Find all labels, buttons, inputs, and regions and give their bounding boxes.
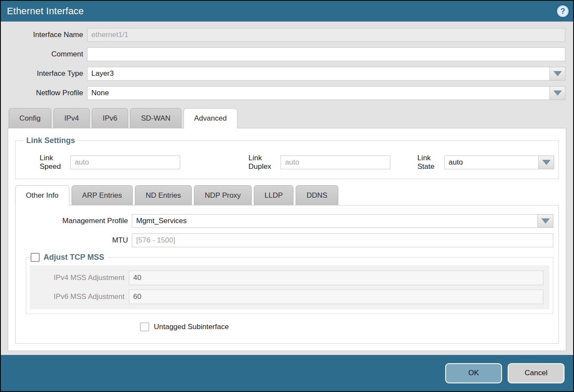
link-speed-label: Link Speed [40, 154, 70, 171]
footer-bar: OK Cancel [1, 355, 573, 391]
untagged-subinterface-checkbox[interactable] [140, 323, 149, 331]
interface-type-row: Interface Type [8, 67, 565, 81]
interface-name-row: Interface Name [8, 28, 565, 42]
ipv6-mss-field [129, 289, 543, 304]
mss-fields-box: IPv4 MSS Adjustment IPv6 MSS Adjustment [30, 265, 549, 309]
interface-type-field[interactable] [87, 67, 550, 81]
tab-other-info[interactable]: Other Info [15, 185, 69, 205]
chevron-down-icon [542, 160, 551, 165]
ipv6-mss-label: IPv6 MSS Adjustment [30, 292, 129, 301]
tab-nd-entries[interactable]: ND Entries [135, 185, 192, 205]
top-form: Interface Name Comment Interface Type Ne… [1, 22, 573, 108]
tab-ipv4[interactable]: IPv4 [53, 108, 90, 128]
chevron-down-icon [553, 71, 562, 76]
comment-row: Comment [8, 47, 565, 61]
ipv4-mss-label: IPv4 MSS Adjustment [30, 274, 129, 282]
netflow-profile-field[interactable] [87, 86, 550, 100]
tab-arp-entries[interactable]: ARP Entries [72, 185, 133, 205]
untagged-subinterface-label: Untagged Subinterface [154, 323, 229, 331]
inner-tabstrip: Other Info ARP Entries ND Entries NDP Pr… [15, 185, 559, 205]
chevron-down-icon [541, 218, 550, 224]
adjust-tcp-mss-group: Adjust TCP MSS IPv4 MSS Adjustment IPv6 … [26, 253, 553, 314]
titlebar: Ethernet Interface ? [1, 1, 573, 22]
comment-label: Comment [8, 50, 87, 59]
management-profile-label: Management Profile [21, 217, 132, 225]
cancel-button[interactable]: Cancel [508, 363, 565, 383]
link-state-dropdown-button[interactable] [539, 156, 554, 169]
interface-type-dropdown-button[interactable] [550, 67, 565, 81]
other-info-panel: Management Profile MTU [15, 205, 559, 344]
mtu-row: MTU [21, 233, 553, 247]
link-settings-legend: Link Settings [23, 136, 78, 145]
link-settings-row: Link Speed Link Duplex Link State [20, 150, 554, 171]
ipv6-mss-row: IPv6 MSS Adjustment [30, 289, 543, 304]
link-state-field[interactable] [444, 156, 539, 169]
link-state-label: Link State [417, 154, 444, 171]
adjust-tcp-mss-legend: Adjust TCP MSS [31, 253, 108, 262]
interface-type-label: Interface Type [8, 69, 87, 78]
adjust-tcp-mss-checkbox[interactable] [31, 253, 40, 262]
main-tabstrip: Config IPv4 IPv6 SD-WAN Advanced [1, 108, 573, 128]
tab-advanced[interactable]: Advanced [184, 108, 238, 128]
advanced-tab-panel: Link Settings Link Speed Link Duplex Lin… [8, 128, 566, 351]
tab-ipv6[interactable]: IPv6 [92, 108, 128, 128]
link-speed-field[interactable] [70, 156, 180, 169]
mtu-label: MTU [21, 236, 132, 245]
untagged-subinterface-row: Untagged Subinterface [140, 323, 553, 331]
netflow-profile-row: Netflow Profile [8, 86, 565, 100]
management-profile-dropdown-button[interactable] [538, 214, 553, 228]
ethernet-interface-dialog: Ethernet Interface ? Interface Name Comm… [0, 0, 574, 392]
dialog-title: Ethernet Interface [7, 6, 84, 17]
tab-config[interactable]: Config [9, 108, 51, 128]
tab-sdwan[interactable]: SD-WAN [130, 108, 181, 128]
link-duplex-label: Link Duplex [248, 154, 281, 171]
netflow-profile-label: Netflow Profile [8, 89, 87, 97]
adjust-tcp-mss-label: Adjust TCP MSS [44, 253, 104, 262]
mtu-field[interactable] [132, 233, 553, 247]
link-duplex-field[interactable] [281, 156, 390, 169]
help-icon[interactable]: ? [557, 5, 569, 17]
ipv4-mss-row: IPv4 MSS Adjustment [30, 271, 543, 285]
tab-ddns[interactable]: DDNS [296, 185, 338, 205]
link-settings-group: Link Settings Link Speed Link Duplex Lin… [15, 136, 559, 179]
chevron-down-icon [553, 90, 562, 96]
ipv4-mss-field [129, 271, 543, 285]
ok-button[interactable]: OK [445, 363, 502, 383]
tab-ndp-proxy[interactable]: NDP Proxy [194, 185, 252, 205]
netflow-profile-dropdown-button[interactable] [550, 86, 565, 100]
management-profile-row: Management Profile [21, 214, 553, 228]
comment-field[interactable] [87, 47, 565, 61]
other-info-section: Other Info ARP Entries ND Entries NDP Pr… [15, 185, 559, 344]
tab-lldp[interactable]: LLDP [254, 185, 294, 205]
interface-name-label: Interface Name [8, 31, 87, 39]
interface-name-field [87, 28, 565, 42]
management-profile-field[interactable] [132, 214, 538, 228]
